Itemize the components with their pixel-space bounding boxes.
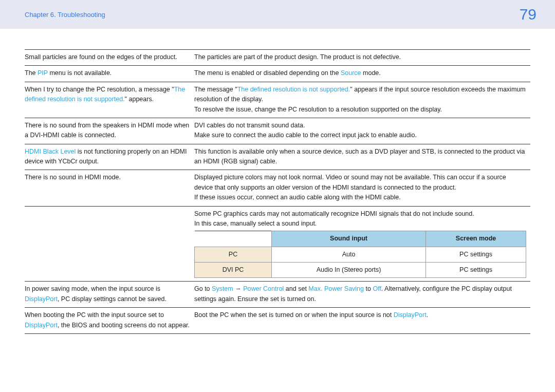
text-line: In power saving mode, when the input sou… [25,284,190,304]
inner-row-label: DVI PC [195,263,272,278]
text: There is no sound in HDMI mode. [25,174,121,181]
table-row: When booting the PC with the input sourc… [25,308,530,334]
highlight-text: DisplayPort [394,311,427,319]
issue-cell [25,206,194,282]
text: . [427,311,428,319]
page-header: Chapter 6. Troubleshooting 79 [0,0,555,29]
solution-cell: Boot the PC when the set is turned on or… [194,308,530,334]
highlight-text: Max. Power Saving [308,285,364,292]
text: The menu is enabled or disabled dependin… [194,69,341,77]
page-number: 79 [520,6,536,23]
text-line: There is no sound in HDMI mode. [25,173,190,182]
text: , PC display settings cannot be saved. [58,295,166,303]
issue-cell: There is no sound from the speakers in H… [25,118,194,144]
issue-cell: In power saving mode, when the input sou… [25,282,194,308]
solution-cell: The menu is enabled or disabled dependin… [194,66,530,82]
text-line: The PIP menu is not available. [25,68,190,78]
highlight-text: PIP [38,69,48,77]
text: DVI cables do not transmit sound data. [194,122,305,129]
text-line: Small particles are found on the edges o… [25,52,190,62]
text: menu is not available. [48,69,112,77]
table-row: The PIP menu is not available.The menu i… [25,66,530,82]
text: mode. [361,69,381,77]
issue-cell: When I try to change the PC resolution, … [25,82,194,118]
text-line: Some PC graphics cards may not automatic… [194,209,526,219]
text: Displayed picture colors may not look no… [194,174,506,191]
text: Go to [194,285,212,292]
text: The message " [194,86,237,93]
text-line: Make sure to connect the audio cable to … [194,130,526,140]
highlight-text: System [212,285,233,292]
text-line: When booting the PC with the input sourc… [25,310,190,330]
table-row: Small particles are found on the edges o… [25,50,530,66]
text: Small particles are found on the edges o… [25,53,177,61]
issue-cell: There is no sound in HDMI mode. [25,170,194,206]
text: , the BIOS and booting screens do not ap… [58,322,190,329]
text-line: If these issues occur, connect an audio … [194,193,526,202]
solution-cell: This function is available only when a s… [194,144,530,170]
text-line: There is no sound from the speakers in H… [25,121,190,141]
chapter-title: Chapter 6. Troubleshooting [25,11,105,18]
highlight-text: Source [341,69,361,77]
text-line: The menu is enabled or disabled dependin… [194,68,526,78]
text-line: DVI cables do not transmit sound data. [194,121,526,130]
highlight-text: Off [373,285,381,292]
highlight-text: DisplayPort [25,295,58,303]
text: " appears. [125,96,154,103]
inner-row-label: PC [195,247,272,262]
text-line: HDMI Black Level is not functioning prop… [25,147,190,167]
highlight-text: DisplayPort [25,322,58,329]
text: When booting the PC with the input sourc… [25,311,164,319]
text-line: Boot the PC when the set is turned on or… [194,310,526,320]
text-line: In this case, manually select a sound in… [194,219,526,229]
text-line: Go to System → Power Control and set Max… [194,284,526,304]
solution-cell: Some PC graphics cards may not automatic… [194,206,530,282]
text: → [233,285,243,292]
inner-cell: Audio In (Stereo ports) [272,263,426,278]
text-line: This function is available only when a s… [194,147,526,167]
text: The particles are part of the product de… [194,53,401,61]
troubleshooting-table: Small particles are found on the edges o… [25,49,530,334]
text: In this case, manually select a sound in… [194,220,317,227]
inner-header: Screen mode [426,231,526,247]
solution-cell: Displayed picture colors may not look no… [194,170,530,206]
issue-cell: Small particles are found on the edges o… [25,50,194,66]
text-line: The message "The defined resolution is n… [194,85,526,105]
table-row: When I try to change the PC resolution, … [25,82,530,118]
table-row: In power saving mode, when the input sou… [25,282,530,308]
issue-cell: The PIP menu is not available. [25,66,194,82]
text: Some PC graphics cards may not automatic… [194,210,474,217]
issue-cell: When booting the PC with the input sourc… [25,308,194,334]
text-line: When I try to change the PC resolution, … [25,85,190,105]
content-area: Small particles are found on the edges o… [0,29,555,334]
text-line: To resolve the issue, change the PC reso… [194,105,526,115]
solution-cell: DVI cables do not transmit sound data.Ma… [194,118,530,144]
inner-cell: Auto [272,247,426,262]
text: In power saving mode, when the input sou… [25,285,160,292]
table-row: Some PC graphics cards may not automatic… [25,206,530,282]
highlight-text: Power Control [243,285,284,292]
text-line: The particles are part of the product de… [194,52,526,62]
solution-cell: The particles are part of the product de… [194,50,530,66]
text: This function is available only when a s… [194,148,525,165]
solution-cell: Go to System → Power Control and set Max… [194,282,530,308]
solution-cell: The message "The defined resolution is n… [194,82,530,118]
text: to [364,285,373,292]
text: To resolve the issue, change the PC reso… [194,106,442,113]
highlight-text: HDMI Black Level [25,148,76,155]
text: and set [284,285,308,292]
text: Boot the PC when the set is turned on or… [194,311,394,319]
table-row: There is no sound in HDMI mode.Displayed… [25,170,530,206]
text-line: Displayed picture colors may not look no… [194,173,526,193]
sound-input-table: Sound inputScreen modePCAutoPC settingsD… [194,231,526,278]
text: The [25,69,38,77]
text: If these issues occur, connect an audio … [194,194,401,201]
issue-cell: HDMI Black Level is not functioning prop… [25,144,194,170]
inner-cell: PC settings [426,247,526,262]
table-row: HDMI Black Level is not functioning prop… [25,144,530,170]
inner-cell: PC settings [426,263,526,278]
text: There is no sound from the speakers in H… [25,122,189,139]
inner-header: Sound input [272,231,426,247]
inner-corner [195,231,272,247]
text: When I try to change the PC resolution, … [25,86,174,93]
